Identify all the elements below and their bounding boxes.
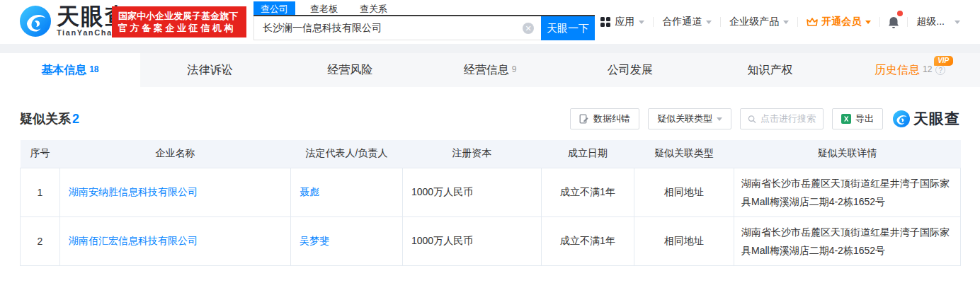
table-search-placeholder: 点击进行搜索	[760, 112, 816, 125]
search-type-tabs: 查公司 查老板 查关系	[253, 1, 595, 16]
col-capital: 注册资本	[403, 140, 542, 168]
section-title: 疑似关系2	[20, 110, 79, 127]
relation-detail: 湖南省长沙市岳麓区天顶街道红星井湾子国际家具Mall梅溪湖店二期4-2栋1652…	[734, 168, 961, 216]
relation-type: 相同地址	[634, 168, 734, 216]
search-tab-company[interactable]: 查公司	[253, 1, 295, 15]
col-company: 企业名称	[60, 140, 291, 168]
export-button[interactable]: 导出	[832, 108, 883, 129]
section-count: 2	[72, 112, 79, 126]
data-correction-label: 数据纠错	[593, 112, 630, 125]
search-input-wrap: ✕	[253, 16, 541, 40]
relation-detail: 湖南省长沙市岳麓区天顶街道红星井湾子国际家具Mall梅溪湖店二期4-2栋1652…	[734, 216, 961, 265]
legal-rep-link[interactable]: 聂彪	[300, 186, 319, 197]
gov-certification-badge: 国家中小企业发展子基金旗下 官方备案企业征信机构	[112, 6, 246, 37]
vip-badge: VIP	[934, 56, 953, 66]
nav-partner-label: 合作通道	[662, 16, 702, 28]
company-link[interactable]: 湖南佰汇宏信息科技有限公司	[69, 235, 198, 246]
watermark-brand: 天眼查	[913, 109, 960, 129]
tab-label: 公司发展	[608, 63, 653, 78]
nav-account[interactable]: 超级...	[908, 16, 969, 28]
tab-label: 基本信息	[41, 63, 86, 78]
col-relation-detail: 疑似关联详情	[734, 140, 961, 168]
section-toolbar: 数据纠错 疑似关联类型 点击进行搜索	[562, 108, 960, 129]
chevron-down-icon	[706, 21, 712, 24]
tab-intellectual-property[interactable]: 知识产权	[700, 53, 841, 87]
tab-legal-lawsuits[interactable]: 法律诉讼	[140, 53, 280, 87]
company-cell: 湖南安纳胜信息科技有限公司	[60, 168, 291, 216]
col-legal-rep: 法定代表人/负责人	[291, 140, 403, 168]
search-tab-boss[interactable]: 查老板	[303, 1, 345, 15]
data-correction-button[interactable]: 数据纠错	[570, 108, 639, 129]
chevron-down-icon	[783, 21, 789, 24]
relation-type-filter-label: 疑似关联类型	[657, 112, 712, 125]
col-date: 成立日期	[542, 140, 634, 168]
nav-enterprise[interactable]: 企业级产品	[721, 16, 797, 28]
relation-type: 相同地址	[634, 216, 734, 265]
section-header: 疑似关系2 数据纠错 疑似关联类型	[20, 108, 960, 130]
company-tabbar: 基本信息 18 法律诉讼 经营风险 经营信息 9 公司发展 知识产权 VIP 历…	[0, 53, 980, 87]
search-input[interactable]	[253, 16, 541, 40]
tab-count: 12	[923, 64, 932, 74]
nav-apps[interactable]: 应用	[592, 16, 653, 28]
tab-operation-risk[interactable]: 经营风险	[280, 53, 420, 87]
chevron-down-icon	[865, 21, 871, 24]
table-row: 1 湖南安纳胜信息科技有限公司 聂彪 1000万人民币 成立不满1年 相同地址 …	[21, 168, 961, 216]
export-label: 导出	[855, 112, 874, 125]
logo-swirl-icon	[20, 6, 51, 37]
crown-icon	[807, 17, 818, 27]
tab-label: 经营风险	[327, 63, 372, 78]
excel-icon	[841, 114, 851, 124]
table-header-row: 序号 企业名称 法定代表人/负责人 注册资本 成立日期 疑似关联类型 疑似关联详…	[21, 140, 961, 168]
page-background-strip	[0, 44, 980, 53]
tab-history-info[interactable]: VIP 历史信息 12 ?	[840, 53, 980, 87]
tab-basic-info[interactable]: 基本信息 18	[0, 53, 140, 87]
tab-label: 历史信息	[874, 63, 920, 78]
row-index: 1	[21, 168, 60, 216]
table-search-box[interactable]: 点击进行搜索	[740, 108, 824, 129]
establish-date: 成立不满1年	[542, 216, 634, 265]
section-title-text: 疑似关系	[20, 112, 71, 126]
suspected-relations-table: 序号 企业名称 法定代表人/负责人 注册资本 成立日期 疑似关联类型 疑似关联详…	[20, 140, 961, 266]
col-index: 序号	[21, 140, 60, 168]
header-nav: 应用 合作通道 企业级产品 开通会员	[592, 0, 969, 44]
company-cell: 湖南佰汇宏信息科技有限公司	[60, 216, 291, 265]
search-button[interactable]: 天眼一下	[541, 16, 595, 40]
nav-partner[interactable]: 合作通道	[654, 16, 720, 28]
search-row: ✕ 天眼一下	[253, 16, 595, 40]
nav-enterprise-label: 企业级产品	[729, 16, 779, 28]
chevron-down-icon	[955, 21, 960, 24]
legal-rep-link[interactable]: 吴梦斐	[300, 235, 329, 246]
edit-document-icon	[579, 114, 589, 124]
company-link[interactable]: 湖南安纳胜信息科技有限公司	[69, 186, 198, 197]
tab-label: 法律诉讼	[188, 63, 233, 78]
notification-bell[interactable]	[880, 16, 907, 29]
table-row: 2 湖南佰汇宏信息科技有限公司 吴梦斐 1000万人民币 成立不满1年 相同地址…	[21, 216, 961, 265]
nav-open-vip[interactable]: 开通会员	[798, 16, 879, 28]
registered-capital: 1000万人民币	[403, 216, 542, 265]
tab-label: 知识产权	[747, 63, 792, 78]
header-search: 查公司 查老板 查关系 ✕ 天眼一下	[253, 1, 595, 40]
watermark-logo: 天眼查	[893, 109, 960, 129]
main-content: 疑似关系2 数据纠错 疑似关联类型	[0, 87, 980, 266]
gov-badge-line2: 官方备案企业征信机构	[118, 22, 240, 34]
tab-label: 经营信息	[464, 63, 509, 78]
apps-grid-icon	[600, 17, 610, 27]
legal-rep-cell: 吴梦斐	[291, 216, 403, 265]
nav-account-label: 超级...	[916, 16, 945, 28]
tab-company-development[interactable]: 公司发展	[560, 53, 700, 87]
chevron-down-icon	[717, 117, 722, 121]
establish-date: 成立不满1年	[542, 168, 634, 216]
bell-icon	[887, 16, 900, 29]
gov-badge-line1: 国家中小企业发展子基金旗下	[118, 10, 240, 22]
search-tab-relation[interactable]: 查关系	[353, 1, 394, 15]
table-body: 1 湖南安纳胜信息科技有限公司 聂彪 1000万人民币 成立不满1年 相同地址 …	[21, 168, 961, 265]
notification-dot	[897, 11, 903, 16]
tab-operation-info[interactable]: 经营信息 9	[420, 53, 560, 87]
clear-icon[interactable]: ✕	[523, 23, 534, 34]
help-icon[interactable]: ?	[935, 65, 945, 75]
nav-apps-label: 应用	[615, 16, 634, 28]
relation-type-filter[interactable]: 疑似关联类型	[648, 108, 731, 129]
tab-count: 18	[89, 64, 98, 74]
page: 天眼查 TianYanCha.com 国家中小企业发展子基金旗下 官方备案企业征…	[0, 0, 980, 283]
chevron-down-icon	[639, 21, 644, 24]
